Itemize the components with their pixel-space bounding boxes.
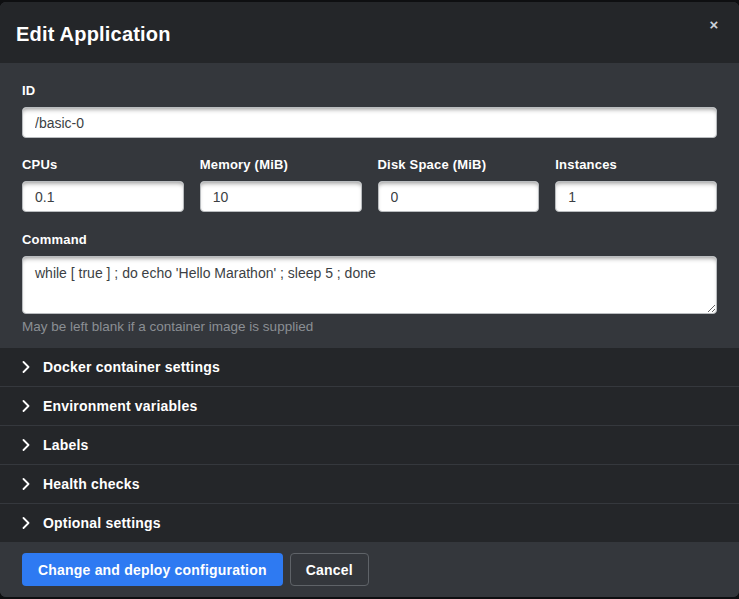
disk-field-group: Disk Space (MiB) xyxy=(378,157,540,212)
instances-input[interactable] xyxy=(555,181,717,212)
section-docker-container-settings[interactable]: Docker container settings xyxy=(0,348,739,387)
chevron-right-icon xyxy=(22,517,30,529)
close-icon[interactable]: × xyxy=(703,14,725,36)
command-textarea[interactable]: while [ true ] ; do echo 'Hello Marathon… xyxy=(22,256,717,314)
section-label: Docker container settings xyxy=(43,359,220,375)
memory-input[interactable] xyxy=(200,181,362,212)
memory-field-group: Memory (MiB) xyxy=(200,157,362,212)
form-body: ID CPUs Memory (MiB) Disk Space (MiB) In… xyxy=(0,63,739,348)
chevron-right-icon xyxy=(22,400,30,412)
edit-application-modal: Edit Application × ID CPUs Memory (MiB) … xyxy=(0,2,739,597)
accordion-sections: Docker container settings Environment va… xyxy=(0,348,739,542)
cancel-button[interactable]: Cancel xyxy=(290,553,369,586)
command-label: Command xyxy=(22,232,717,247)
section-label: Labels xyxy=(43,437,89,453)
section-label: Optional settings xyxy=(43,515,161,531)
id-field-group: ID xyxy=(22,83,717,138)
chevron-right-icon xyxy=(22,439,30,451)
resources-row: CPUs Memory (MiB) Disk Space (MiB) Insta… xyxy=(22,157,717,212)
section-environment-variables[interactable]: Environment variables xyxy=(0,387,739,426)
section-label: Environment variables xyxy=(43,398,197,414)
memory-label: Memory (MiB) xyxy=(200,157,362,172)
modal-title: Edit Application xyxy=(16,23,171,46)
chevron-right-icon xyxy=(22,478,30,490)
chevron-right-icon xyxy=(22,361,30,373)
section-label: Health checks xyxy=(43,476,140,492)
id-input[interactable] xyxy=(22,107,717,138)
modal-header: Edit Application × xyxy=(0,2,739,63)
instances-label: Instances xyxy=(555,157,717,172)
modal-footer: Change and deploy configuration Cancel xyxy=(0,542,739,597)
id-label: ID xyxy=(22,83,717,98)
section-health-checks[interactable]: Health checks xyxy=(0,465,739,504)
section-labels[interactable]: Labels xyxy=(0,426,739,465)
command-field-group: Command while [ true ] ; do echo 'Hello … xyxy=(22,232,717,334)
cpus-label: CPUs xyxy=(22,157,184,172)
disk-input[interactable] xyxy=(378,181,540,212)
cpus-field-group: CPUs xyxy=(22,157,184,212)
change-and-deploy-button[interactable]: Change and deploy configuration xyxy=(22,553,283,586)
command-help-text: May be left blank if a container image i… xyxy=(22,319,717,334)
disk-label: Disk Space (MiB) xyxy=(378,157,540,172)
instances-field-group: Instances xyxy=(555,157,717,212)
section-optional-settings[interactable]: Optional settings xyxy=(0,504,739,542)
cpus-input[interactable] xyxy=(22,181,184,212)
